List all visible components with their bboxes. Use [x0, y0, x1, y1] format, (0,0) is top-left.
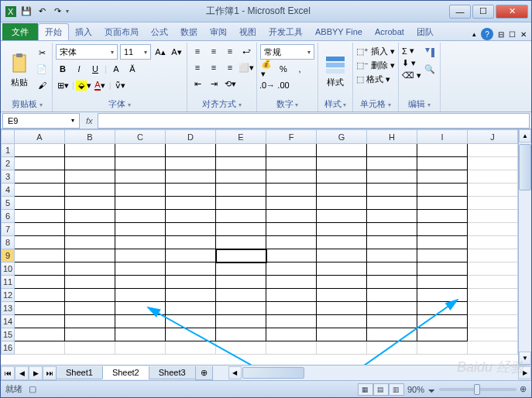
hscroll-right-icon[interactable]: ▶	[518, 366, 531, 379]
cell[interactable]	[417, 262, 468, 276]
macro-record-icon[interactable]: ▢	[29, 384, 36, 394]
cell[interactable]	[317, 302, 367, 315]
cell[interactable]	[417, 302, 468, 315]
vertical-scrollbar[interactable]: ▲ ▼	[518, 129, 531, 365]
fill-icon[interactable]: ⬇	[402, 58, 409, 68]
excel-icon[interactable]: X	[4, 5, 18, 19]
col-header[interactable]: B	[65, 130, 115, 144]
cell[interactable]	[115, 302, 166, 315]
tab-team[interactable]: 团队	[410, 23, 440, 40]
cell[interactable]	[115, 184, 166, 197]
delete-cells-button[interactable]: 删除	[371, 60, 388, 71]
cell[interactable]	[317, 184, 367, 197]
orientation-icon[interactable]: ⟲▾	[223, 77, 237, 91]
cell[interactable]	[417, 276, 468, 289]
cell[interactable]	[417, 184, 468, 197]
hscroll-left-icon[interactable]: ◀	[228, 366, 242, 379]
scroll-thumb[interactable]	[519, 144, 531, 190]
cell[interactable]	[417, 289, 468, 302]
cell[interactable]	[65, 249, 115, 262]
file-tab[interactable]: 文件	[2, 23, 38, 40]
name-box[interactable]: E9▾	[2, 113, 80, 129]
bold-button[interactable]: B	[56, 62, 70, 76]
sheet-nav-first-icon[interactable]: ⏮	[1, 366, 15, 380]
help-icon[interactable]: ?	[481, 28, 493, 40]
align-top-icon[interactable]: ≡	[190, 44, 204, 58]
cell[interactable]	[468, 302, 518, 315]
cell[interactable]	[166, 341, 216, 355]
cell[interactable]	[65, 328, 115, 341]
col-header[interactable]: E	[216, 130, 266, 144]
clear-icon[interactable]: ⌫	[402, 70, 414, 81]
cell[interactable]	[367, 341, 417, 355]
cell[interactable]	[317, 276, 367, 289]
cell[interactable]	[216, 289, 266, 302]
cell[interactable]	[216, 302, 266, 315]
row-header[interactable]: 1	[2, 144, 15, 157]
cell[interactable]	[65, 170, 115, 184]
sort-filter-icon[interactable]	[423, 46, 437, 60]
cell[interactable]	[15, 210, 65, 223]
cell[interactable]	[216, 157, 266, 170]
cell[interactable]	[468, 210, 518, 223]
border-button[interactable]: ⊞▾	[56, 78, 70, 92]
zoom-slider[interactable]	[439, 388, 517, 391]
cell[interactable]	[468, 170, 518, 184]
cell[interactable]	[266, 236, 317, 249]
cell[interactable]	[15, 170, 65, 184]
cell[interactable]	[266, 157, 317, 170]
cell[interactable]	[65, 157, 115, 170]
cell[interactable]	[468, 197, 518, 210]
tab-view[interactable]: 视图	[233, 23, 263, 40]
cell[interactable]	[367, 223, 417, 236]
cut-icon[interactable]: ✂	[35, 46, 49, 60]
cell[interactable]	[317, 210, 367, 223]
italic-button[interactable]: I	[72, 62, 86, 76]
cell[interactable]	[65, 197, 115, 210]
row-header[interactable]: 13	[2, 302, 15, 315]
tab-abbyy[interactable]: ABBYY Fine	[309, 23, 369, 40]
row-header[interactable]: 6	[2, 210, 15, 223]
cell[interactable]	[266, 341, 317, 355]
currency-icon[interactable]: 💰▾	[260, 62, 274, 76]
cell[interactable]	[216, 197, 266, 210]
cell[interactable]	[15, 249, 65, 262]
page-layout-view-icon[interactable]: ▤	[373, 383, 389, 396]
cell[interactable]	[216, 341, 266, 355]
normal-view-icon[interactable]: ▦	[358, 383, 373, 396]
row-header[interactable]: 4	[2, 184, 15, 197]
cell[interactable]	[166, 184, 216, 197]
cell[interactable]	[266, 170, 317, 184]
cell[interactable]	[317, 289, 367, 302]
cell[interactable]	[468, 276, 518, 289]
row-header[interactable]: 15	[2, 328, 15, 341]
cell[interactable]	[15, 315, 65, 328]
fx-icon[interactable]: fx	[81, 116, 98, 125]
cell[interactable]	[417, 223, 468, 236]
copy-icon[interactable]: 📄	[35, 62, 49, 76]
window-maximize-icon[interactable]: ☐	[509, 30, 516, 39]
cell[interactable]	[166, 236, 216, 249]
align-middle-icon[interactable]: ≡	[207, 44, 221, 58]
cell[interactable]	[65, 184, 115, 197]
format-cells-icon[interactable]: ⬚	[356, 74, 364, 84]
phonetic-icon[interactable]: ṽ▾	[114, 78, 128, 92]
page-break-view-icon[interactable]: ▥	[389, 383, 404, 396]
grow-font-icon[interactable]: A▴	[153, 45, 167, 59]
cell[interactable]	[266, 223, 317, 236]
redo-icon[interactable]: ↷	[50, 5, 64, 19]
formula-input[interactable]	[98, 113, 530, 129]
sheet-tab-2[interactable]: Sheet2	[102, 366, 149, 379]
row-header[interactable]: 7	[2, 223, 15, 236]
cell[interactable]	[115, 262, 166, 276]
shrink-font-icon[interactable]: A▾	[170, 45, 184, 59]
decimal-inc-icon[interactable]: .0→	[260, 78, 274, 92]
decimal-dec-icon[interactable]: .00	[276, 78, 290, 92]
col-header[interactable]: C	[115, 130, 166, 144]
cell[interactable]	[216, 223, 266, 236]
cell[interactable]	[166, 328, 216, 341]
align-left-icon[interactable]: ≡	[190, 60, 204, 74]
delete-cells-icon[interactable]: ⬚⁻	[356, 60, 369, 70]
merge-icon[interactable]: ⬜▾	[239, 60, 253, 74]
col-header[interactable]: J	[468, 130, 518, 144]
